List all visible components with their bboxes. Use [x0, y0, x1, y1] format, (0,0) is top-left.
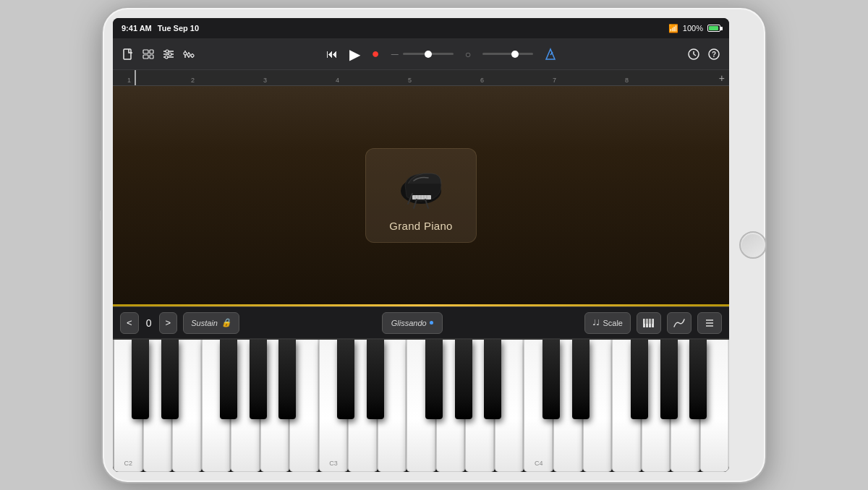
instrument-icon	[392, 163, 450, 214]
key-gs3[interactable]	[455, 340, 472, 419]
screen: 9:41 AM Tue Sep 10 📶 100%	[113, 18, 729, 472]
svg-rect-39	[648, 319, 650, 324]
piano-keyboard[interactable]	[113, 338, 729, 472]
key-ds4[interactable]	[572, 340, 590, 419]
timeline-ruler: 1 2 3 4 5 6 7 8 +	[113, 70, 729, 86]
instrument-name: Grand Piano	[389, 220, 453, 232]
svg-line-21	[694, 54, 696, 56]
side-button	[100, 210, 103, 220]
scale-button[interactable]: ♩♩ Scale	[584, 312, 631, 334]
rewind-button[interactable]: ⏮	[326, 48, 338, 61]
ruler-5: 5	[408, 77, 412, 84]
battery-icon	[707, 25, 720, 32]
status-date: Tue Sep 10	[158, 24, 199, 33]
add-track-button[interactable]: +	[719, 72, 725, 84]
key-as4[interactable]	[689, 340, 707, 419]
notes-button[interactable]	[697, 312, 722, 334]
gliss-indicator	[430, 321, 433, 324]
ruler-4: 4	[336, 77, 339, 84]
status-bar: 9:41 AM Tue Sep 10 📶 100%	[113, 18, 729, 38]
keyboard-view-button[interactable]	[637, 312, 661, 334]
volume-slider[interactable]: —	[391, 50, 454, 58]
playhead	[135, 70, 136, 85]
scale-label: Scale	[603, 319, 623, 327]
eq-button[interactable]	[182, 48, 195, 61]
ruler-1: 1	[127, 77, 131, 84]
key-as3[interactable]	[484, 340, 501, 419]
new-song-button[interactable]	[122, 48, 135, 61]
key-ds2[interactable]	[161, 340, 179, 419]
controls-bar: < 0 > Sustain 🔒 Glissando ♩♩ Scale	[113, 306, 729, 338]
octave-control: < 0 >	[120, 312, 177, 334]
key-cs2[interactable]	[132, 340, 149, 419]
tempo-slider[interactable]	[482, 53, 533, 55]
key-fs4[interactable]	[631, 340, 648, 419]
arpeggio-button[interactable]	[667, 312, 692, 334]
home-button[interactable]	[739, 231, 767, 259]
status-right: 📶 100%	[668, 24, 720, 33]
status-time: 9:41 AM	[122, 24, 152, 33]
svg-rect-0	[124, 49, 131, 59]
mixer-button[interactable]	[162, 48, 175, 61]
sustain-label: Sustain	[191, 319, 218, 327]
ruler-7: 7	[553, 77, 556, 84]
sustain-button[interactable]: Sustain 🔒	[183, 312, 239, 334]
toolbar-center: ⏮ ▶ ● — ○	[201, 46, 681, 63]
help-button[interactable]: ?	[707, 48, 720, 61]
svg-point-15	[187, 53, 190, 56]
toolbar-left	[122, 48, 195, 61]
key-gs2[interactable]	[250, 340, 267, 419]
octave-down-button[interactable]: <	[120, 312, 139, 334]
ruler-2: 2	[191, 77, 195, 84]
lock-icon: 🔒	[221, 318, 231, 327]
key-cs4[interactable]	[542, 340, 560, 419]
svg-text:?: ?	[712, 51, 716, 59]
key-fs3[interactable]	[425, 340, 443, 419]
key-gs4[interactable]	[660, 340, 678, 419]
glissando-label: Glissando	[391, 319, 427, 327]
tracks-button[interactable]	[142, 48, 155, 61]
ruler-8: 8	[625, 77, 629, 84]
ruler-3: 3	[263, 77, 267, 84]
scale-notes-icon: ♩♩	[592, 318, 600, 327]
svg-rect-1	[143, 50, 148, 53]
svg-rect-38	[645, 319, 647, 324]
record-button[interactable]: ●	[372, 46, 380, 61]
key-as2[interactable]	[278, 340, 296, 419]
svg-rect-4	[150, 55, 153, 59]
svg-rect-40	[651, 319, 652, 324]
toolbar: ⏮ ▶ ● — ○ ?	[113, 38, 729, 70]
svg-point-10	[165, 56, 168, 59]
svg-rect-2	[150, 50, 153, 53]
ruler-marks: 1 2 3 4 5 6 7 8	[119, 70, 723, 85]
instrument-area: Grand Piano	[113, 86, 729, 304]
battery-level: 100%	[683, 24, 703, 33]
svg-rect-3	[143, 55, 148, 59]
key-ds3[interactable]	[367, 340, 384, 419]
wifi-icon: 📶	[668, 24, 678, 33]
svg-point-14	[184, 52, 187, 55]
octave-value: 0	[142, 317, 156, 329]
svg-point-9	[169, 53, 171, 56]
svg-point-16	[191, 54, 194, 57]
ruler-6: 6	[480, 77, 484, 84]
metronome-button[interactable]	[545, 48, 556, 61]
octave-up-button[interactable]: >	[159, 312, 178, 334]
instrument-card[interactable]: Grand Piano	[365, 148, 477, 243]
play-button[interactable]: ▶	[349, 46, 360, 63]
key-fs2[interactable]	[220, 340, 237, 419]
key-cs3[interactable]	[337, 340, 354, 419]
svg-point-8	[166, 50, 169, 53]
ipad-frame: 9:41 AM Tue Sep 10 📶 100%	[101, 7, 767, 483]
toolbar-right: ?	[687, 48, 720, 61]
clock-button[interactable]	[687, 48, 700, 61]
glissando-button[interactable]: Glissando	[382, 312, 443, 334]
